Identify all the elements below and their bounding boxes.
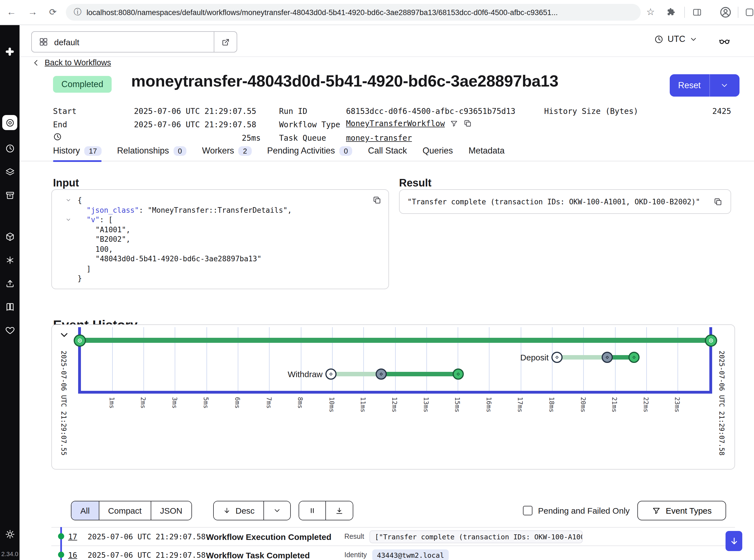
- workflow-type-link[interactable]: MoneyTransferWorkflow: [346, 119, 445, 128]
- timezone-selector[interactable]: UTC: [654, 34, 698, 44]
- copy-icon[interactable]: [713, 197, 723, 206]
- tab-call-stack[interactable]: Call Stack: [368, 145, 407, 157]
- gridline: [363, 327, 364, 391]
- collapse-caret-icon[interactable]: [65, 197, 72, 203]
- pause-button[interactable]: [299, 501, 325, 520]
- nav-workflows[interactable]: [2, 115, 17, 130]
- tab-label: Metadata: [469, 146, 505, 156]
- scroll-to-bottom-button[interactable]: [726, 531, 742, 551]
- back-to-workflows-link[interactable]: Back to Workflows: [32, 58, 111, 67]
- sort-dropdown-button[interactable]: [263, 501, 290, 520]
- json-line: "v": [: [52, 215, 388, 225]
- result-heading: Result: [399, 177, 431, 189]
- download-button[interactable]: [325, 501, 353, 520]
- bookmark-star-icon[interactable]: ☆: [646, 6, 655, 18]
- tab-label: Call Stack: [368, 146, 407, 156]
- filter-icon: [652, 506, 661, 515]
- event-types-button[interactable]: Event Types: [637, 501, 726, 520]
- deposit-completed-marker[interactable]: [628, 352, 639, 363]
- extensions-icon[interactable]: [666, 7, 676, 17]
- tab-history[interactable]: History17: [53, 145, 101, 157]
- event-row[interactable]: 17 2025-07-06 UTC 21:29:07.58 Workflow E…: [52, 527, 735, 545]
- deposit-started-marker[interactable]: [602, 352, 613, 363]
- collapse-caret-icon[interactable]: [65, 217, 72, 223]
- tab-relationships[interactable]: Relationships0: [117, 145, 186, 157]
- nav-import[interactable]: [5, 279, 15, 289]
- end-label: End: [53, 120, 67, 129]
- arrow-down-icon: [729, 536, 739, 546]
- nav-feedback[interactable]: [5, 325, 15, 336]
- heart-icon: [5, 325, 15, 336]
- json-text: : "MoneyTransfer::TransferDetails",: [139, 206, 292, 214]
- filter-icon[interactable]: [450, 119, 458, 127]
- side-panel-icon[interactable]: [692, 7, 702, 17]
- back-link-label: Back to Workflows: [45, 58, 111, 67]
- view-switcher: All Compact JSON: [71, 501, 192, 520]
- withdraw-completed-marker[interactable]: [453, 368, 464, 380]
- profile-avatar-icon[interactable]: [719, 5, 732, 19]
- cube-icon: [5, 232, 15, 242]
- workflow-start-marker[interactable]: [74, 334, 86, 346]
- event-row[interactable]: 16 2025-07-06 UTC 21:29:07.58 Workflow T…: [52, 545, 735, 560]
- clock-icon: [5, 143, 15, 154]
- sidebar-bottom: 2.34.0: [1, 529, 18, 560]
- json-text: {: [78, 196, 82, 204]
- labs-glasses-icon[interactable]: [718, 35, 731, 47]
- tab-metadata[interactable]: Metadata: [469, 145, 505, 157]
- address-bar[interactable]: ⓘ localhost:8080/namespaces/default/work…: [66, 4, 641, 21]
- withdraw-scheduled-marker[interactable]: [325, 368, 337, 380]
- withdraw-started-marker[interactable]: [375, 368, 387, 380]
- namespace-selector[interactable]: default: [31, 31, 214, 53]
- event-id-link[interactable]: 16: [68, 551, 88, 559]
- workflow-end-marker[interactable]: [705, 334, 717, 346]
- pending-failed-filter: Pending and Failed Only: [523, 501, 630, 520]
- copy-icon[interactable]: [463, 119, 472, 128]
- view-json-button[interactable]: JSON: [150, 501, 191, 520]
- book-icon: [5, 302, 15, 312]
- timezone-value: UTC: [668, 34, 685, 44]
- json-text: }: [78, 274, 82, 282]
- nav-namespaces[interactable]: [5, 232, 15, 242]
- browser-reload-icon[interactable]: ⟳: [49, 6, 57, 18]
- event-id-link[interactable]: 17: [68, 532, 88, 541]
- tick-label: 16ms: [485, 397, 493, 412]
- view-all-button[interactable]: All: [72, 501, 99, 520]
- tab-count: 0: [339, 146, 352, 156]
- menu-icon[interactable]: [745, 7, 754, 17]
- workflow-type-value: MoneyTransferWorkflow: [346, 119, 472, 128]
- timeline-collapse-icon[interactable]: [59, 329, 70, 341]
- tab-count: 2: [239, 146, 251, 156]
- namespace-open-button[interactable]: [214, 31, 237, 53]
- app-sidebar: 2.34.0: [0, 25, 20, 560]
- tab-workers[interactable]: Workers2: [202, 145, 251, 157]
- nav-nexus[interactable]: [5, 255, 15, 265]
- browser-forward-icon[interactable]: →: [28, 6, 37, 18]
- history-size-label: History Size (Bytes): [544, 107, 638, 116]
- theme-toggle-sun-icon[interactable]: [5, 529, 15, 539]
- activity-label-withdraw: Withdraw: [239, 369, 323, 379]
- event-attr-value: 43443@twm2.local: [372, 549, 449, 560]
- view-compact-button[interactable]: Compact: [99, 501, 150, 520]
- archive-icon: [5, 191, 15, 200]
- nav-schedules[interactable]: [5, 143, 15, 154]
- gridline: [426, 327, 427, 391]
- withdraw-scheduled-bar: [331, 372, 381, 376]
- nav-docs[interactable]: [5, 302, 15, 312]
- nav-deployments[interactable]: [5, 167, 15, 177]
- reset-dropdown-button[interactable]: [709, 74, 739, 97]
- sort-desc-button[interactable]: Desc: [214, 501, 263, 520]
- nav-batch-operations[interactable]: [5, 191, 15, 200]
- withdraw-running-bar: [381, 372, 458, 376]
- browser-back-icon[interactable]: ←: [7, 6, 16, 18]
- deposit-scheduled-marker[interactable]: [551, 352, 563, 363]
- task-queue-link[interactable]: money-transfer: [346, 134, 412, 142]
- input-card: { "json_class": "MoneyTransfer::Transfer…: [52, 189, 389, 289]
- tick-label: 7ms: [265, 397, 273, 409]
- tab-pending-activities[interactable]: Pending Activities0: [267, 145, 352, 157]
- pending-failed-checkbox[interactable]: [523, 506, 532, 515]
- tab-queries[interactable]: Queries: [423, 145, 453, 157]
- reset-button[interactable]: Reset: [670, 74, 709, 97]
- site-info-icon[interactable]: ⓘ: [74, 7, 81, 17]
- sidebar-nav-secondary: [5, 232, 15, 336]
- event-status-dot: [58, 533, 64, 539]
